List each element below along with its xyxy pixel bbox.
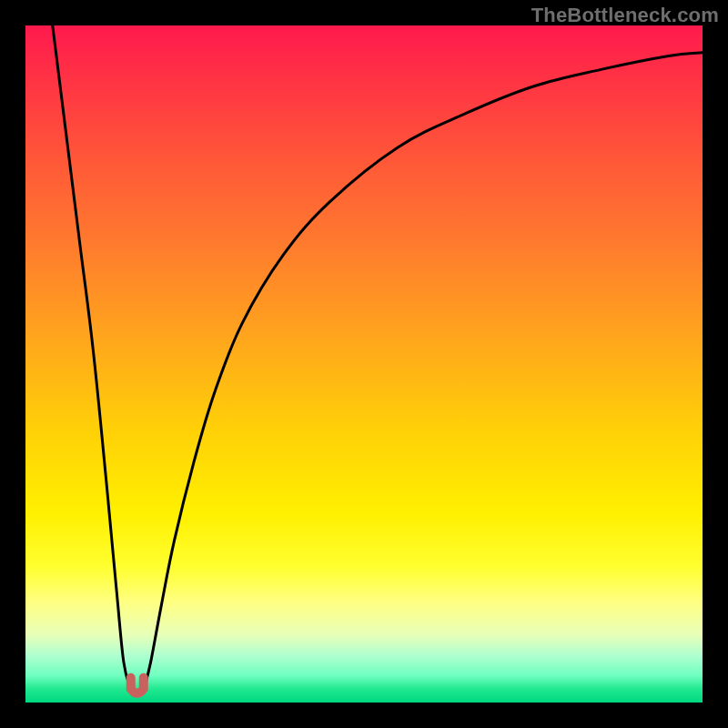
curve-layer <box>25 25 703 703</box>
curve-left <box>53 25 131 689</box>
plot-area <box>25 25 703 703</box>
chart-frame: TheBottleneck.com <box>0 0 728 728</box>
watermark-text: TheBottleneck.com <box>531 4 719 27</box>
minimum-marker <box>131 678 144 693</box>
curve-right <box>144 53 703 689</box>
